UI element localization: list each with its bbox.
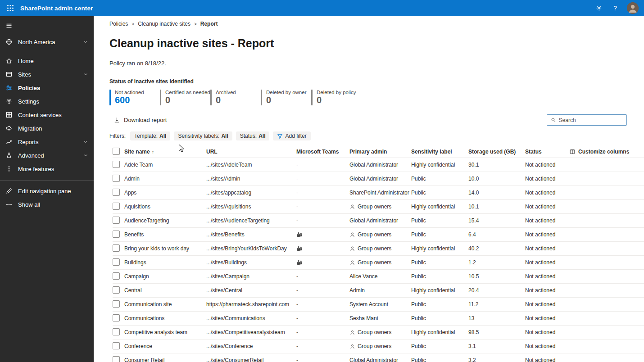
filter-pill-template[interactable]: Template: All [130, 131, 170, 140]
site-name-cell[interactable]: Consumer Retail [124, 357, 206, 362]
column-header-sensitivity-label[interactable]: Sensitivity label [411, 149, 468, 155]
column-header-url[interactable]: URL [206, 149, 296, 155]
site-name-cell[interactable]: Communication site [124, 301, 206, 308]
table-row[interactable]: Buildings .../sites/Buildings Group owne… [113, 256, 644, 270]
row-checkbox[interactable] [113, 328, 120, 335]
select-all-checkbox[interactable] [113, 148, 120, 155]
account-avatar[interactable] [627, 2, 639, 14]
status-cell: Not actioned [525, 301, 569, 308]
site-name-cell[interactable]: Benefits [124, 231, 206, 238]
sidebar-nav: North America Home Sites Policies [0, 16, 94, 362]
edit-navigation-pane-button[interactable]: Edit navigation pane [0, 184, 94, 198]
filter-pill-status[interactable]: Status: All [236, 131, 270, 140]
site-name-cell[interactable]: Communications [124, 315, 206, 321]
table-row[interactable]: Competitive analysis team .../sites/Comp… [113, 326, 644, 339]
primary-admin-text: Alice Vance [349, 273, 377, 280]
chevron-down-icon[interactable] [83, 139, 88, 145]
sidebar-item-advanced[interactable]: Advanced [0, 149, 94, 162]
sensitivity-label-cell: Public [411, 301, 468, 308]
show-all-button[interactable]: Show all [0, 198, 94, 211]
sidebar-item-sites[interactable]: Sites [0, 68, 94, 81]
primary-admin-cell: Admin [349, 287, 411, 294]
column-header-status[interactable]: Status [525, 149, 569, 155]
site-name-cell[interactable]: Buildings [124, 259, 206, 266]
row-checkbox[interactable] [113, 244, 120, 252]
site-name-cell[interactable]: AudienceTargeting [124, 217, 206, 224]
sidebar-item-policies[interactable]: Policies [0, 81, 94, 95]
row-checkbox[interactable] [113, 314, 120, 321]
site-name-cell[interactable]: Aquisitions [124, 204, 206, 210]
help-button[interactable]: ? [611, 4, 620, 13]
sidebar-item-home[interactable]: Home [0, 54, 94, 68]
breadcrumb-cleanup-inactive-sites[interactable]: Cleanup inactive sites [138, 21, 190, 27]
row-checkbox[interactable] [113, 272, 120, 280]
app-title[interactable]: SharePoint admin center [20, 5, 93, 12]
primary-admin-text: Group owners [358, 245, 391, 252]
filter-value: All [159, 133, 166, 139]
sidebar-item-label: Sites [18, 71, 31, 78]
column-header-storage-used[interactable]: Storage used (GB) [468, 149, 525, 155]
filter-pill-sensitivity-labels[interactable]: Sensitivity labels: All [174, 131, 232, 140]
site-name-cell[interactable]: Conference [124, 343, 206, 349]
table-row[interactable]: Consumer Retail .../sites/ConsumerRetail… [113, 353, 644, 362]
row-checkbox[interactable] [113, 231, 120, 238]
site-name-cell[interactable]: Admin [124, 176, 206, 182]
table-row[interactable]: Bring your kids to work day .../sites/Br… [113, 242, 644, 256]
filter-value: All [221, 133, 228, 139]
sidebar-region-selector[interactable]: North America [0, 34, 94, 50]
row-checkbox[interactable] [113, 161, 120, 168]
chevron-down-icon[interactable] [83, 72, 88, 77]
breadcrumb-report: Report [200, 21, 218, 27]
column-header-microsoft-teams[interactable]: Microsoft Teams [296, 149, 349, 155]
row-checkbox[interactable] [113, 258, 120, 266]
table-row[interactable]: Aquisitions .../sites/Aquisitions - Grou… [113, 200, 644, 214]
row-checkbox[interactable] [113, 175, 120, 182]
add-filter-button[interactable]: Add filter [273, 131, 310, 140]
site-name-cell[interactable]: Campaign [124, 273, 206, 280]
site-name-cell[interactable]: Apps [124, 190, 206, 196]
row-checkbox[interactable] [113, 203, 120, 210]
nav-collapse-button[interactable] [0, 19, 94, 32]
settings-gear-button[interactable] [594, 4, 603, 13]
chevron-down-icon[interactable] [83, 39, 88, 45]
table-row[interactable]: AudienceTargeting .../sites/AudienceTarg… [113, 214, 644, 228]
gear-icon [5, 98, 13, 105]
table-row[interactable]: Conference .../sites/Conference - Group … [113, 339, 644, 353]
row-checkbox[interactable] [113, 189, 120, 196]
teams-cell: - [296, 329, 349, 335]
table-row[interactable]: Benefits .../sites/Benefits Group owners [113, 228, 644, 242]
teams-cell: - [296, 162, 349, 168]
column-header-site-name[interactable]: Site name ↑ [124, 149, 206, 155]
table-row[interactable]: Central .../sites/Central - Admin Highly [113, 284, 644, 298]
sidebar-item-settings[interactable]: Settings [0, 95, 94, 108]
breadcrumb-policies[interactable]: Policies [109, 21, 128, 27]
site-name-cell[interactable]: Central [124, 287, 206, 294]
row-checkbox[interactable] [113, 286, 120, 294]
table-row[interactable]: Communication site https://pharmateck.sh… [113, 298, 644, 312]
sidebar-item-migration[interactable]: Migration [0, 122, 94, 135]
customize-columns-button[interactable]: Customize columns [569, 149, 644, 155]
sidebar-item-content-services[interactable]: Content services [0, 108, 94, 122]
column-header-primary-admin[interactable]: Primary admin [349, 149, 411, 155]
sidebar-item-more-features[interactable]: More features [0, 162, 94, 176]
search-box[interactable] [547, 114, 627, 126]
site-name-cell[interactable]: Bring your kids to work day [124, 245, 206, 252]
table-row[interactable]: Communications .../sites/Communications … [113, 312, 644, 326]
teams-cell: - [296, 204, 349, 210]
download-report-button[interactable]: Download report [109, 117, 167, 123]
search-input[interactable] [559, 117, 623, 123]
customize-columns-icon [569, 149, 576, 155]
sidebar-item-reports[interactable]: Reports [0, 135, 94, 149]
table-row[interactable]: Campaign .../sites/Campaign - Alice Vanc… [113, 270, 644, 284]
row-checkbox[interactable] [113, 356, 120, 362]
table-row[interactable]: Adele Team .../sites/AdeleTeam - Global … [113, 158, 644, 172]
app-launcher-button[interactable] [5, 2, 16, 14]
row-checkbox[interactable] [113, 300, 120, 308]
row-checkbox[interactable] [113, 342, 120, 349]
table-row[interactable]: Admin .../sites/Admin - Global Administr… [113, 172, 644, 186]
site-name-cell[interactable]: Adele Team [124, 162, 206, 168]
table-row[interactable]: Apps .../sites/appcatalog - SharePoint A… [113, 186, 644, 200]
row-checkbox[interactable] [113, 217, 120, 224]
site-name-cell[interactable]: Competitive analysis team [124, 329, 206, 335]
chevron-down-icon[interactable] [83, 153, 88, 158]
